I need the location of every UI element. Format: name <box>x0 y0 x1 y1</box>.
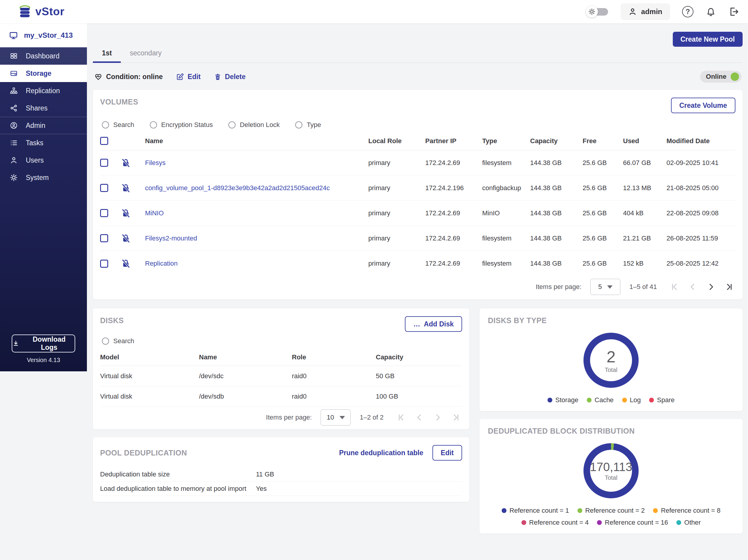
filter-encryption-status[interactable]: Encryption Status <box>150 121 213 129</box>
notifications-bell-icon[interactable] <box>705 6 716 17</box>
row-checkbox[interactable] <box>100 260 108 268</box>
user-menu[interactable]: admin <box>621 3 670 20</box>
dedup-setting-value: 11 GB <box>256 470 462 478</box>
download-logs-button[interactable]: Download Logs <box>12 335 75 352</box>
trash-icon <box>214 73 221 80</box>
sidebar-item-system[interactable]: System <box>0 169 87 186</box>
dedup-total-value: 170,113 <box>590 460 632 474</box>
sidebar-item-storage[interactable]: Storage <box>0 65 87 82</box>
theme-toggle-knob[interactable] <box>586 6 598 18</box>
cell-modified-date: 02-09-2025 10:41 <box>667 159 735 167</box>
first-page-button[interactable] <box>670 283 678 291</box>
cell-free: 25.6 GB <box>583 209 623 217</box>
sidebar-item-replication[interactable]: Replication <box>0 82 87 99</box>
cell-local-role: primary <box>368 184 425 192</box>
disks-by-type-panel: DISKS BY TYPE 2 Total Storage Cache Log … <box>480 309 743 411</box>
system-name-row[interactable]: my_vStor_413 <box>0 23 87 47</box>
volume-name-link[interactable]: MiNIO <box>145 209 368 217</box>
deletion-lock-off-icon <box>121 259 131 268</box>
create-volume-button[interactable]: Create Volume <box>671 98 735 113</box>
volume-name-link[interactable]: Filesys <box>145 159 368 167</box>
logout-icon[interactable] <box>728 6 739 17</box>
row-checkbox[interactable] <box>100 209 108 217</box>
table-row: Virtual disk /dev/sdb raid0 100 GB <box>100 386 462 407</box>
cell-partner-ip: 172.24.2.69 <box>425 159 482 167</box>
legend-item: Spare <box>649 396 675 404</box>
help-button[interactable]: ? <box>682 6 694 17</box>
edit-pencil-icon <box>176 73 184 81</box>
legend-dot <box>521 520 526 525</box>
items-per-page-select[interactable]: 10 <box>321 409 351 425</box>
sidebar-item-admin[interactable]: Admin <box>0 117 87 134</box>
volume-name-link[interactable]: Replication <box>145 260 368 267</box>
dedup-setting-label: Load deduplication table to memory at po… <box>100 485 256 493</box>
last-page-button[interactable] <box>452 414 460 421</box>
edit-dedup-button[interactable]: Edit <box>433 445 462 461</box>
sidebar-item-users[interactable]: Users <box>0 151 87 169</box>
vstor-logo-icon <box>19 5 32 19</box>
prune-dedup-table-button[interactable]: Prune deduplication table <box>339 449 423 457</box>
cell-type: configbackup <box>482 184 530 192</box>
edit-pool-button[interactable]: Edit <box>176 73 201 81</box>
prev-page-button[interactable] <box>689 283 697 291</box>
row-checkbox[interactable] <box>100 234 108 242</box>
sidebar-item-shares[interactable]: Shares <box>0 99 87 117</box>
filter-circle-icon <box>150 121 157 128</box>
admin-icon <box>9 122 18 129</box>
last-page-button[interactable] <box>726 283 733 291</box>
user-icon <box>628 7 637 16</box>
filter-label: Search <box>113 121 134 129</box>
cell-partner-ip: 172.24.2.196 <box>425 184 482 192</box>
row-checkbox[interactable] <box>100 184 108 192</box>
server-monitor-icon <box>9 31 18 40</box>
table-row: config_volume_pool_1-d8923e3e9b3e42a2ad2… <box>100 175 735 201</box>
items-per-page-select[interactable]: 5 <box>590 279 620 295</box>
theme-toggle[interactable] <box>586 6 609 17</box>
legend-dot <box>502 508 507 513</box>
legend-label: Log <box>630 396 641 404</box>
sidebar-item-label: Dashboard <box>26 52 60 60</box>
cell-modified-date: 25-08-2025 12:42 <box>667 260 735 267</box>
filter-search[interactable]: Search <box>102 121 134 129</box>
volume-name-link[interactable]: config_volume_pool_1-d8923e3e9b3e42a2ad2… <box>145 184 368 192</box>
delete-pool-button[interactable]: Delete <box>214 73 246 81</box>
pool-tabs: 1st secondary <box>93 45 743 63</box>
storage-icon <box>9 70 18 77</box>
volumes-title: VOLUMES <box>100 98 138 106</box>
legend-dot <box>649 398 654 403</box>
cell-used: 21.21 GB <box>623 235 667 242</box>
create-new-pool-button[interactable]: Create New Pool <box>673 32 743 47</box>
user-name: admin <box>641 7 662 16</box>
filter-circle-icon <box>102 338 109 345</box>
filter-label: Deletion Lock <box>240 121 280 129</box>
volumes-pagination: Items per page: 5 1–5 of 41 <box>100 276 735 298</box>
legend-label: Reference count = 16 <box>605 519 668 527</box>
cell-capacity: 144.38 GB <box>530 159 583 167</box>
sidebar-item-tasks[interactable]: Tasks <box>0 134 87 151</box>
disks-search-filter[interactable]: Search <box>102 337 462 345</box>
sidebar-item-dashboard[interactable]: Dashboard <box>0 47 87 65</box>
volume-name-link[interactable]: Filesys2-mounted <box>145 235 368 242</box>
next-page-button[interactable] <box>707 283 715 291</box>
row-checkbox[interactable] <box>100 159 108 167</box>
sidebar: my_vStor_413 Dashboard Storage Replicati… <box>0 23 87 371</box>
cell-type: MinIO <box>482 209 530 217</box>
legend-label: Spare <box>657 396 675 404</box>
prev-page-button[interactable] <box>415 414 423 421</box>
online-status-dot <box>731 72 739 81</box>
legend-label: Reference count = 4 <box>529 519 589 527</box>
filter-deletion-lock[interactable]: Deletion Lock <box>228 121 280 129</box>
table-row: Filesys2-mounted primary 172.24.2.69 fil… <box>100 226 735 251</box>
pool-status-text: Online <box>706 73 726 80</box>
dedup-block-distribution-panel: DEDUPLICATED BLOCK DISTRIBUTION 170,113 … <box>480 419 743 534</box>
add-disk-button[interactable]: … Add Disk <box>405 316 462 332</box>
tab-secondary[interactable]: secondary <box>121 45 170 63</box>
filter-type[interactable]: Type <box>295 121 321 129</box>
legend-label: Reference count = 1 <box>510 507 569 514</box>
tab-1st[interactable]: 1st <box>93 45 121 63</box>
select-all-checkbox[interactable] <box>100 137 108 145</box>
first-page-button[interactable] <box>397 414 404 421</box>
next-page-button[interactable] <box>434 414 442 421</box>
legend-label: Cache <box>594 396 614 404</box>
cell-capacity: 144.38 GB <box>530 260 583 267</box>
